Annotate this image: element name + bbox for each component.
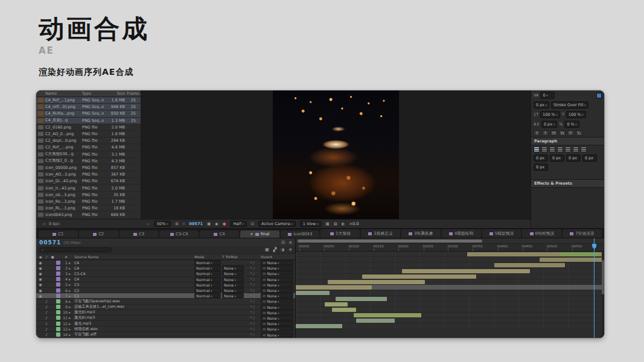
layer-parent-select[interactable]: None (261, 299, 293, 303)
layer-parent-select[interactable]: None (261, 321, 293, 326)
timeline-scrollbar[interactable] (602, 252, 604, 338)
column-name[interactable]: Name (36, 91, 82, 96)
layer-source-name[interactable]: 激光剑.mp3 (74, 315, 193, 320)
current-time-field[interactable]: 00571 (39, 240, 61, 246)
column-frames[interactable]: Frame... (127, 91, 138, 96)
layer-expander[interactable] (69, 316, 73, 320)
layer-expander[interactable] (69, 299, 73, 303)
layer-mode-select[interactable]: Normal (194, 265, 221, 270)
layer-expander[interactable] (69, 305, 73, 309)
layer-row[interactable]: ◉ 2 C4 Normal None None (36, 265, 295, 271)
layer-parent-select[interactable]: None (261, 326, 293, 331)
layer-switches[interactable] (245, 327, 260, 331)
layer-source-name[interactable]: 宇宙飞船.aiff (74, 332, 193, 337)
layer-switches[interactable] (245, 332, 260, 337)
layer-expander[interactable] (69, 294, 73, 298)
timeline-menu-icon[interactable]: ≡ (289, 240, 292, 245)
project-file-row[interactable]: icon0043.png PNG file 669 KB (36, 212, 141, 218)
layer-mode-select[interactable] (194, 316, 221, 320)
magnification-icon[interactable]: ⌕ (147, 221, 150, 226)
grid-guides-icon[interactable]: ⊞ (175, 221, 178, 226)
comp-tab[interactable]: 1大海报 (320, 229, 360, 238)
layer-switches[interactable] (245, 316, 260, 320)
vertical-scale-field[interactable]: 100 % (540, 111, 560, 118)
layer-expander[interactable] (69, 310, 73, 314)
layer-parent-select[interactable]: None (261, 271, 293, 276)
exposure-icon[interactable]: ◐ (342, 221, 345, 226)
indent-field[interactable]: 0 px (534, 164, 548, 171)
layer-duration-bar[interactable] (332, 308, 356, 312)
project-file-row[interactable]: icon_Re...3.png PNG file 1.7 MB (36, 198, 141, 205)
layer-visibility-toggle[interactable]: ◉ (38, 261, 43, 265)
comp-tab[interactable]: 6动画预演 (522, 229, 561, 238)
layer-row[interactable]: ◉ 5 C3 Normal None None (36, 282, 295, 288)
project-file-row[interactable]: icon_00000.png PNG file 857 KB (36, 165, 141, 171)
column-mode[interactable]: Mode (194, 255, 221, 259)
project-file-row[interactable]: C4_Ref_...].png PNG Seq..e 1.6 MB 25 (36, 97, 141, 104)
layer-mode-select[interactable]: Normal (194, 288, 221, 293)
project-file-row[interactable]: C2_0160.png PNG file 2.0 MB (36, 124, 141, 131)
layer-expander[interactable] (69, 322, 73, 326)
indent-field[interactable]: 0 px (582, 154, 597, 162)
region-of-interest-icon[interactable]: ⊡ (251, 221, 254, 226)
kerning-select[interactable]: 0 (540, 92, 555, 99)
comp-tab[interactable]: 5模型预渲 (482, 229, 521, 238)
layer-label-chip[interactable] (56, 266, 60, 270)
justify-all-button[interactable] (581, 147, 587, 152)
project-file-row[interactable]: C2_AO_0...png PNG file 1.6 MB (36, 131, 141, 138)
text-style-button[interactable]: T¹ (567, 130, 574, 136)
layer-audio-toggle[interactable]: ♪ (44, 322, 49, 326)
comp-tab[interactable]: 3头脑风暴 (401, 229, 441, 238)
layer-mode-select[interactable] (194, 310, 221, 315)
layer-duration-bar[interactable] (328, 280, 425, 284)
layer-label-chip[interactable] (56, 332, 60, 337)
comp-tab[interactable]: 7分镜渲染 (563, 229, 602, 238)
layer-duration-bar-2[interactable] (561, 252, 598, 256)
layer-label-chip[interactable] (56, 261, 60, 265)
layer-mode-select[interactable] (194, 305, 221, 310)
resolution-select[interactable]: Half (230, 221, 246, 227)
comp-tab[interactable]: × final (240, 230, 279, 238)
layer-label-chip[interactable] (56, 316, 60, 320)
layer-switches[interactable] (245, 305, 260, 309)
comp-tab[interactable]: C3-C4 (159, 230, 199, 238)
layer-source-name[interactable]: 转场音效.wav (74, 326, 193, 332)
layer-duration-bar[interactable] (356, 319, 394, 323)
project-file-row[interactable]: icon_AO...3.png PNG file 367 KB (36, 171, 141, 178)
tsume-field[interactable]: 0 % (564, 121, 579, 128)
layer-mode-select[interactable] (194, 321, 221, 326)
comp-tab[interactable]: 2风格定义 (361, 229, 400, 238)
show-snapshot-icon[interactable]: ◉ (215, 221, 218, 226)
layer-parent-select[interactable]: None (261, 305, 293, 310)
project-file-row[interactable]: C2_Ref_....png PNG file 4.6 MB (36, 144, 141, 151)
layer-parent-select[interactable]: None (261, 265, 293, 270)
layer-switches[interactable] (245, 272, 260, 276)
layer-switches[interactable] (245, 261, 260, 265)
layer-row[interactable]: ♪ 14 宇宙飞船.aiff None (36, 332, 295, 337)
layer-switches[interactable] (245, 294, 260, 298)
layer-parent-select[interactable]: None (261, 288, 293, 293)
layer-row[interactable]: ◉ 6 C2 Normal None None (36, 288, 295, 293)
justify-last-center-button[interactable] (565, 147, 571, 152)
fill-color-swatch[interactable] (596, 93, 602, 98)
layer-source-name[interactable]: 激光.mp3 (74, 321, 193, 326)
layer-parent-select[interactable]: None (261, 332, 293, 337)
layer-trkmat-select[interactable]: None (222, 293, 244, 298)
exposure-value[interactable]: +0.0 (349, 221, 359, 226)
layer-label-chip[interactable] (56, 310, 60, 314)
column-type[interactable]: Type (82, 91, 107, 96)
layer-source-name[interactable]: C3 (74, 282, 193, 287)
column-size[interactable]: Size (107, 91, 127, 96)
text-style-button[interactable]: T (542, 130, 549, 136)
stroke-style-select[interactable]: Stroke Over Fill (551, 101, 588, 109)
project-file-row[interactable]: icon_Ir...43.png PNG file 2.0 MB (36, 185, 141, 191)
layer-audio-toggle[interactable]: ♪ (44, 332, 49, 337)
paragraph-section-header[interactable]: Paragraph (531, 137, 604, 145)
pixel-aspect-icon[interactable]: ▦ (326, 221, 330, 226)
layer-expander[interactable] (69, 277, 73, 281)
layer-switches[interactable] (245, 322, 260, 326)
layer-duration-bar[interactable] (296, 291, 330, 295)
project-file-row[interactable]: C大海报030...g PNG file 3.1 MB (36, 151, 141, 158)
layer-visibility-toggle[interactable]: ◉ (38, 272, 43, 276)
layer-switches[interactable] (245, 310, 260, 314)
